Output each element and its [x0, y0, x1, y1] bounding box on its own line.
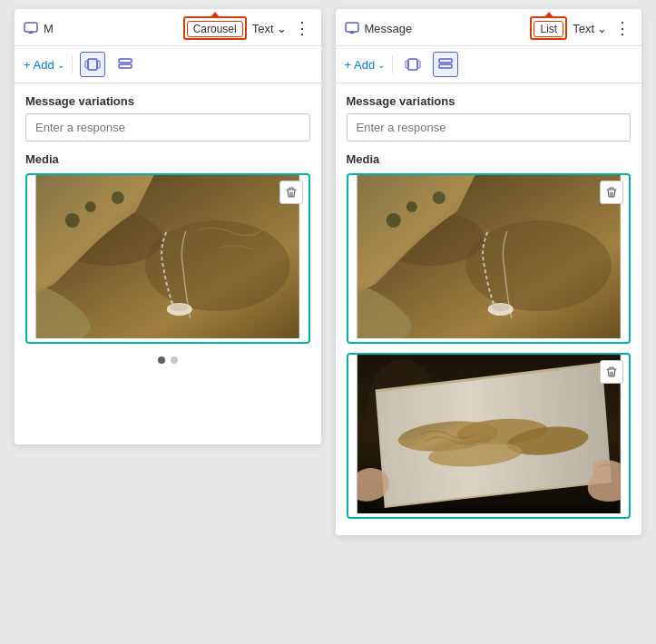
dot-2[interactable]: [171, 356, 178, 364]
carousel-toolbar: + Add ⌄: [15, 46, 321, 83]
dot-1[interactable]: [158, 356, 165, 364]
svg-rect-1: [88, 59, 97, 70]
text-label-right: Text: [573, 22, 594, 35]
add-label: + Add: [24, 58, 54, 72]
chat-icon-right: [345, 21, 359, 35]
svg-rect-4: [119, 59, 132, 63]
delete-media-button[interactable]: [279, 181, 303, 204]
add-label-right: + Add: [345, 58, 376, 72]
carousel-panel-body: Message variations Media: [15, 83, 321, 444]
fish-image: [348, 355, 630, 513]
add-chevron-icon: ⌄: [57, 60, 64, 70]
text-dropdown-btn[interactable]: Text ⌄: [252, 22, 287, 35]
delete-media-button-right-1[interactable]: [600, 181, 623, 204]
svg-rect-14: [346, 23, 358, 32]
svg-point-11: [65, 213, 80, 228]
list-badge: List: [534, 21, 563, 37]
response-input-right[interactable]: [347, 113, 632, 141]
carousel-badge: Carousel: [187, 21, 243, 37]
list-panel-body: Message variations Media: [336, 83, 642, 535]
chat-icon: [24, 21, 38, 35]
media-card-aerial-right: [347, 173, 632, 344]
list-panel: Message List Text ⌄ ⋮ + Add ⌄: [336, 9, 642, 535]
list-view-button[interactable]: [113, 52, 138, 77]
svg-rect-17: [417, 61, 420, 68]
more-options-icon[interactable]: ⋮: [292, 18, 312, 38]
add-button[interactable]: + Add ⌄: [24, 58, 64, 72]
delete-media-button-right-2[interactable]: [600, 360, 623, 384]
message-variations-label: Message variations: [25, 94, 310, 108]
panel-title: M: [44, 22, 178, 35]
aerial-image: [27, 175, 308, 338]
toolbar-divider-right: [392, 55, 393, 73]
svg-point-25: [386, 213, 400, 228]
media-card-fish: [347, 353, 632, 519]
tooltip-arrow-right: [543, 12, 554, 18]
chevron-down-icon: ⌄: [277, 22, 287, 35]
tooltip-arrow: [210, 12, 220, 18]
media-label: Media: [25, 152, 310, 166]
svg-rect-15: [408, 59, 417, 70]
text-label: Text: [252, 22, 274, 35]
svg-point-27: [432, 191, 445, 204]
svg-point-10: [171, 304, 189, 311]
message-variations-label-right: Message variations: [347, 94, 632, 108]
carousel-view-button[interactable]: [80, 52, 105, 77]
panel-title-right: Message: [365, 22, 525, 35]
svg-point-21: [465, 220, 611, 311]
svg-rect-16: [406, 61, 408, 68]
more-options-icon-right[interactable]: ⋮: [612, 18, 632, 38]
list-toolbar: + Add ⌄: [336, 46, 642, 83]
svg-point-24: [491, 304, 509, 311]
carousel-badge-outline: Carousel: [183, 16, 247, 40]
carousel-dots: [25, 351, 310, 367]
aerial-image-right: [348, 175, 630, 338]
media-card-aerial: [25, 173, 310, 344]
media-label-right: Media: [347, 152, 632, 166]
svg-rect-3: [97, 61, 100, 68]
list-panel-header: Message List Text ⌄ ⋮: [336, 9, 642, 46]
response-input[interactable]: [25, 113, 310, 141]
toolbar-divider: [72, 55, 73, 73]
carousel-panel: M Carousel Text ⌄ ⋮ + Add ⌄: [15, 9, 321, 444]
svg-rect-19: [439, 64, 452, 68]
svg-rect-0: [24, 23, 37, 32]
list-view-button-right[interactable]: [433, 52, 458, 77]
carousel-view-button-right[interactable]: [400, 52, 426, 77]
chevron-down-icon-right: ⌄: [597, 22, 607, 35]
svg-point-7: [145, 220, 290, 311]
add-chevron-icon-right: ⌄: [377, 60, 385, 70]
text-dropdown-btn-right[interactable]: Text ⌄: [573, 22, 607, 35]
add-button-right[interactable]: + Add ⌄: [345, 58, 386, 72]
svg-point-26: [406, 201, 416, 212]
list-badge-outline: List: [530, 16, 567, 40]
svg-point-13: [112, 191, 124, 204]
svg-rect-18: [439, 59, 452, 63]
svg-rect-2: [85, 61, 88, 68]
svg-point-12: [85, 201, 96, 212]
carousel-panel-header: M Carousel Text ⌄ ⋮: [15, 9, 321, 46]
svg-rect-5: [119, 64, 132, 68]
